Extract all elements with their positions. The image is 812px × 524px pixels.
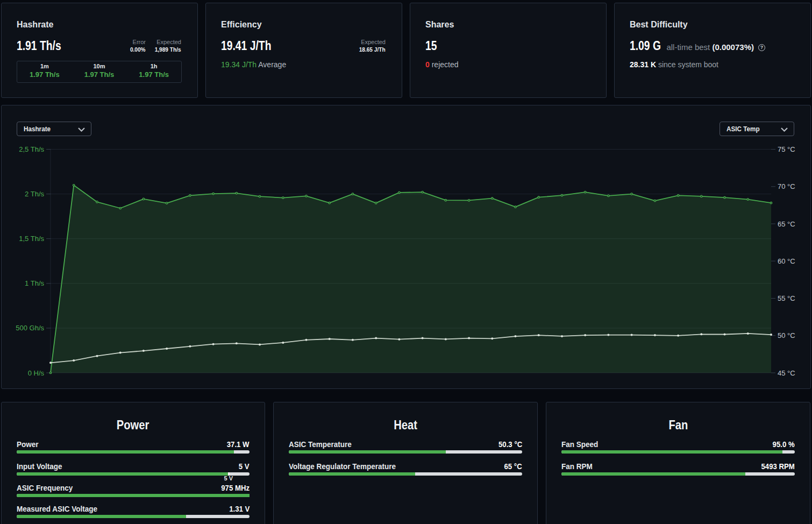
svg-text:500 Gh/s: 500 Gh/s [16, 324, 44, 332]
svg-text:50 °C: 50 °C [778, 331, 795, 339]
svg-text:60 °C: 60 °C [778, 257, 795, 265]
svg-text:45 °C: 45 °C [778, 369, 795, 377]
svg-text:65 °C: 65 °C [778, 220, 795, 228]
svg-text:55 °C: 55 °C [778, 294, 795, 302]
svg-text:0 H/s: 0 H/s [28, 369, 45, 377]
svg-text:1 Th/s: 1 Th/s [25, 279, 44, 287]
svg-text:1,5 Th/s: 1,5 Th/s [19, 235, 44, 243]
svg-text:70 °C: 70 °C [778, 182, 795, 190]
svg-text:2 Th/s: 2 Th/s [25, 190, 44, 198]
svg-text:75 °C: 75 °C [778, 145, 795, 153]
svg-text:2,5 Th/s: 2,5 Th/s [19, 145, 44, 153]
